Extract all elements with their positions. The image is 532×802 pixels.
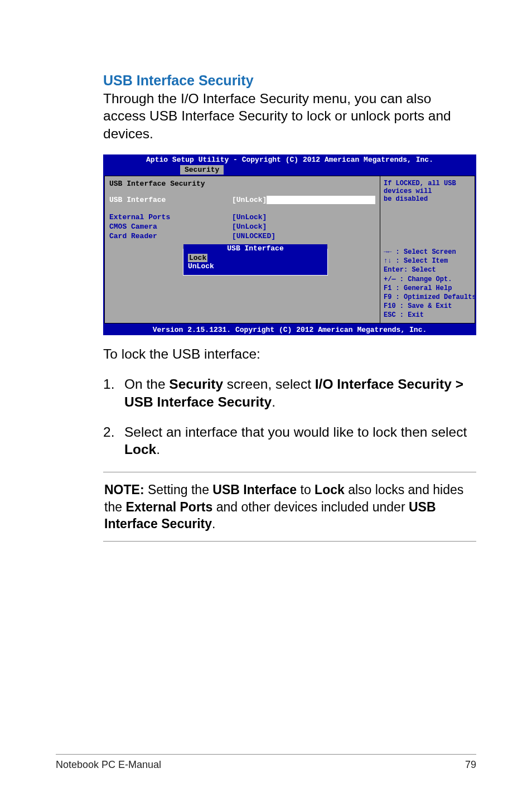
bios-value: [UnLock] [232, 196, 267, 204]
bios-help-line: devices will [384, 187, 471, 195]
note-label: NOTE: [104, 482, 144, 497]
bios-popup-title-text: USB Interface [225, 244, 286, 253]
bios-row-card-reader[interactable]: Card Reader [UNLOCKED] [109, 232, 375, 240]
bold: External Ports [125, 500, 212, 514]
bios-popup: USB Interface Lock UnLock [183, 249, 328, 276]
nav-line: F9 : Optimized Defaults [384, 293, 471, 302]
nav-line: F10 : Save & Exit [384, 302, 471, 311]
numbered-list: 1. On the Security screen, select I/O In… [103, 375, 476, 458]
nav-line: ESC : Exit [384, 311, 471, 320]
bold: Lock [124, 442, 156, 457]
text: to [297, 482, 315, 497]
bios-label: USB Interface [109, 196, 232, 204]
nav-line: →← : Select Screen [384, 248, 471, 257]
list-item: 1. On the Security screen, select I/O In… [103, 375, 476, 411]
bios-label: External Ports [109, 213, 232, 221]
text: . [156, 442, 160, 457]
list-number: 1. [103, 375, 124, 411]
list-number: 2. [103, 423, 124, 459]
list-body: Select an interface that you would like … [124, 423, 476, 459]
bios-row-external-ports[interactable]: External Ports [UnLock] [109, 213, 375, 221]
list-item: 2. Select an interface that you would li… [103, 423, 476, 459]
footer-page-number: 79 [465, 759, 476, 771]
bios-screenshot: Aptio Setup Utility - Copyright (C) 2012… [103, 154, 476, 335]
nav-line: +/— : Change Opt. [384, 275, 471, 284]
note-box: NOTE: Setting the USB Interface to Lock … [103, 472, 476, 542]
bios-value: [UNLOCKED] [232, 232, 275, 240]
bios-value: [UnLock] [232, 213, 267, 221]
nav-line: ↑↓ : Select Item [384, 257, 471, 265]
text: and other devices included under [212, 500, 409, 514]
bold: USB Interface [212, 482, 297, 497]
text: screen, select [223, 376, 315, 392]
bios-main-panel: USB Interface Security USB Interface [Un… [104, 176, 380, 324]
text: . [212, 516, 215, 531]
bios-footer: Version 2.15.1231. Copyright (C) 2012 Am… [103, 325, 476, 335]
bios-help-line: be disabled [384, 195, 471, 203]
text: . [272, 394, 275, 409]
bios-value: [UnLock] [232, 223, 267, 231]
bios-row-usb-interface[interactable]: USB Interface [UnLock] [109, 196, 375, 204]
bios-row-cmos-camera[interactable]: CMOS Camera [UnLock] [109, 223, 375, 231]
text: Select an interface that you would like … [124, 424, 467, 439]
page-footer: Notebook PC E-Manual 79 [56, 754, 476, 771]
bios-tab-row: Security [103, 165, 476, 175]
bios-label: CMOS Camera [109, 223, 232, 231]
bios-popup-option-unlock[interactable]: UnLock [188, 262, 323, 270]
bios-header: Aptio Setup Utility - Copyright (C) 2012… [103, 154, 476, 165]
footer-title: Notebook PC E-Manual [56, 759, 161, 771]
bios-popup-option-lock[interactable]: Lock [188, 254, 207, 262]
bios-label: Card Reader [109, 232, 232, 240]
nav-line: Enter: Select [384, 265, 471, 274]
bios-popup-title: USB Interface [183, 244, 327, 253]
text: Setting the [144, 482, 213, 497]
bios-section-title: USB Interface Security [109, 180, 375, 188]
after-image-text: To lock the USB interface: [103, 345, 476, 363]
text: On the [124, 376, 169, 392]
bios-help-line: If LOCKED, all USB [384, 180, 471, 187]
bios-tab-security[interactable]: Security [180, 165, 224, 175]
bios-nav-help: →← : Select Screen ↑↓ : Select Item Ente… [384, 248, 471, 320]
list-body: On the Security screen, select I/O Inter… [124, 375, 476, 411]
bios-help-panel: If LOCKED, all USB devices will be disab… [380, 176, 475, 324]
nav-line: F1 : General Help [384, 284, 471, 293]
bold: Security [169, 376, 223, 392]
section-heading: USB Interface Security [103, 73, 476, 89]
intro-paragraph: Through the I/O Interface Security menu,… [103, 90, 476, 142]
bold: Lock [315, 482, 345, 497]
